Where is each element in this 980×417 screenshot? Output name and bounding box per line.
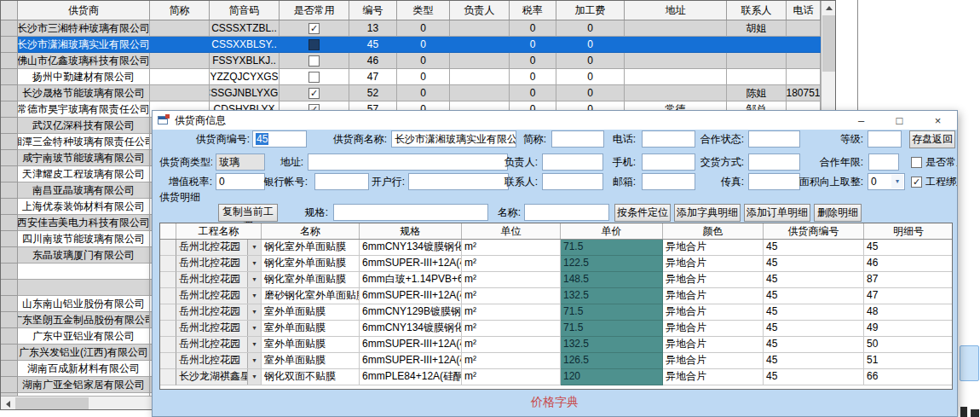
grade-input[interactable]	[868, 130, 902, 148]
detail-cell-project[interactable]: 岳州北控花园▾	[176, 240, 262, 256]
detail-cell-price: 132.5	[561, 337, 663, 353]
table-row[interactable]: 佛山市亿鑫玻璃科技有限公司FSSYXBLKJ..46000	[1, 53, 835, 69]
combo-arrow-icon[interactable]: ▾	[247, 256, 261, 271]
scroll-left-icon[interactable]	[1, 397, 15, 410]
common-checkbox-field[interactable]: 是否常用	[911, 153, 958, 171]
detail-cell-project[interactable]: 岳州北控花园▾	[176, 337, 262, 353]
column-header-code[interactable]: 简音码	[210, 1, 280, 20]
column-header-contact[interactable]: 联系人	[727, 1, 787, 20]
leader-input[interactable]	[542, 153, 603, 171]
area-input[interactable]: 0▾	[868, 173, 905, 190]
cell-phone	[787, 20, 821, 37]
detail-cell-price: 71.5	[561, 321, 663, 337]
table-row[interactable]: 长沙晟格节能玻璃有限公司CSSGJNBLYXGS✓52000陈姐180751	[1, 85, 835, 101]
common-checkbox[interactable]: ✓	[308, 23, 320, 34]
minimize-button[interactable]: –	[842, 111, 880, 130]
detail-cell-spec: 6mmCNY134镀膜钢化	[360, 321, 462, 337]
delivery-input[interactable]	[748, 153, 800, 171]
vertical-scrollbar-thumb[interactable]	[822, 15, 835, 72]
column-header-supplier[interactable]: 供货商	[18, 1, 150, 20]
detail-row[interactable]: 岳州北控花园▾室外单面贴膜6mmCNY134镀膜钢化m²71.5异地合片4549	[160, 321, 952, 337]
detail-column-header-supplier_id[interactable]: 供货商编号	[764, 223, 864, 239]
detail-cell-project[interactable]: 岳州北控花园▾	[176, 321, 262, 337]
column-header-id[interactable]: 编号	[349, 1, 397, 20]
combo-arrow-icon[interactable]: ▾	[247, 321, 261, 336]
column-header-abbr[interactable]: 简称	[150, 1, 210, 20]
detail-row[interactable]: 岳州北控花园▾室外单面贴膜6mmSUPER-III+12A(硅...m²126.…	[160, 353, 952, 369]
detail-column-header-unit[interactable]: 单位	[462, 223, 561, 239]
common-checkbox[interactable]	[308, 39, 320, 50]
common-checkbox[interactable]	[911, 157, 922, 168]
table-row[interactable]: 长沙市潇湘玻璃实业有限公司CSSXXBLSY..45000	[1, 37, 835, 53]
close-button[interactable]: ×	[919, 111, 957, 130]
detail-column-header-price[interactable]: 单价	[561, 223, 663, 239]
column-header-common[interactable]: 是否常用	[280, 1, 349, 20]
coop-input[interactable]	[748, 130, 800, 148]
combo-arrow-icon[interactable]: ▾	[247, 337, 261, 352]
delete-button[interactable]: 删除明细	[814, 204, 862, 222]
window-fragment	[971, 409, 979, 417]
combo-arrow-icon[interactable]: ▾	[247, 272, 261, 287]
addr-input[interactable]	[308, 153, 508, 171]
common-checkbox[interactable]	[308, 72, 320, 83]
combo-arrow-icon[interactable]: ▾	[247, 369, 261, 385]
column-header-phone[interactable]: 电话	[787, 1, 821, 20]
detail-cell-project[interactable]: 岳州北控花园▾	[176, 353, 262, 369]
supid-input[interactable]: 45	[252, 130, 307, 148]
add-dict-button[interactable]: 添加字典明细	[674, 204, 741, 222]
detail-row[interactable]: 岳州北控花园▾钢化室外单面贴膜6mmCNY134镀膜钢化m²71.5异地合片45…	[160, 240, 952, 256]
horizontal-scrollbar-thumb[interactable]	[15, 397, 89, 410]
column-header-tax[interactable]: 税率	[510, 1, 556, 20]
detail-row[interactable]: 岳州北控花园▾钢化室外单面贴膜6mmSUPER-III+12A(硅...m²12…	[160, 256, 952, 272]
detail-row[interactable]: 长沙龙湖祺鑫星座▾钢化双面不贴膜6mmPLE84+12A(硅酮胶...m²120…	[160, 369, 952, 385]
common-checkbox[interactable]: ✓	[308, 88, 320, 99]
detail-column-header-name[interactable]: 名称	[262, 223, 360, 239]
maximize-button[interactable]: □	[880, 111, 919, 130]
dname-input[interactable]	[524, 204, 609, 221]
bind-checkbox[interactable]: ✓	[911, 177, 922, 188]
copy-button[interactable]: 复制当前工程	[218, 204, 278, 222]
combo-arrow-icon[interactable]: ▾	[247, 304, 261, 320]
locate-button[interactable]: 按条件定位	[614, 204, 671, 222]
column-header-type[interactable]: 类型	[397, 1, 450, 20]
combo-arrow-icon[interactable]: ▾	[247, 288, 261, 304]
detail-cell-supplier_id: 45	[764, 272, 864, 288]
contact-input[interactable]	[542, 173, 603, 190]
detail-row[interactable]: 岳州北控花园▾室外单面贴膜6mmSUPER-III+12A(硅...m²132.…	[160, 337, 952, 353]
detail-cell-project[interactable]: 岳州北控花园▾	[176, 256, 262, 272]
detail-row[interactable]: 岳州北控花园▾磨砂钢化室外单面贴膜6mmSUPER-III+12A(硅...m²…	[160, 288, 952, 304]
scroll-up-icon[interactable]	[821, 1, 836, 15]
email-input[interactable]	[642, 173, 695, 190]
save-button[interactable]: 存盘返回	[909, 130, 955, 148]
detail-row[interactable]: 岳州北控花园▾室外单面贴膜6mmCNY129B镀膜钢化m²71.5异地合片454…	[160, 304, 952, 321]
combo-arrow-icon[interactable]: ▾	[247, 240, 261, 255]
detail-column-header-spec[interactable]: 规格	[360, 223, 462, 239]
dropdown-arrow-icon[interactable]: ▾	[891, 175, 903, 188]
detail-cell-project[interactable]: 长沙龙湖祺鑫星座▾	[176, 369, 262, 385]
bind-checkbox-field[interactable]: ✓工程绑定	[911, 173, 958, 190]
detail-cell-project[interactable]: 岳州北控花园▾	[176, 304, 262, 321]
detail-row[interactable]: 岳州北控花园▾钢化室外单面贴膜6mm白玻+1.14PVB+6mm...m²148…	[160, 272, 952, 288]
table-row[interactable]: 扬州中勤建材有限公司YZZQJCYXGS47000	[1, 69, 835, 85]
detail-cell-project[interactable]: 岳州北控花园▾	[176, 288, 262, 304]
detail-column-header-project[interactable]: 工程名称	[176, 223, 262, 239]
column-header-address[interactable]: 地址	[625, 1, 727, 20]
column-header-leader[interactable]: 负责人	[450, 1, 510, 20]
combo-arrow-icon[interactable]: ▾	[247, 353, 261, 368]
detail-cell-project[interactable]: 岳州北控花园▾	[176, 272, 262, 288]
add-order-button[interactable]: 添加订单明细	[744, 204, 810, 222]
branch-input[interactable]	[408, 173, 509, 190]
detail-column-header-color[interactable]: 颜色	[663, 223, 764, 239]
common-checkbox[interactable]	[308, 55, 320, 67]
detail-cell-detail_id: 66	[864, 369, 953, 385]
column-header-fee[interactable]: 加工费	[556, 1, 625, 20]
vat-input[interactable]: 0	[216, 173, 265, 190]
years-input[interactable]	[868, 153, 899, 171]
dialog-title-bar[interactable]: 供货商信息 – □ ×	[153, 111, 957, 130]
table-row[interactable]: 长沙市三湘特种玻璃有限公司CSSSXTZBL..✓13000胡姐	[1, 20, 835, 37]
bank-input[interactable]	[314, 173, 369, 190]
spec-input[interactable]	[333, 204, 488, 221]
detail-cell-name: 磨砂钢化室外单面贴膜	[262, 288, 360, 304]
type-input[interactable]: 玻璃	[216, 153, 265, 171]
detail-column-header-detail_id[interactable]: 明细号	[864, 223, 953, 239]
